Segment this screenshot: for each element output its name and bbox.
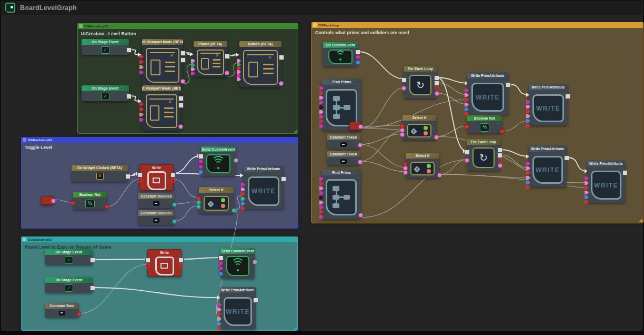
red-port[interactable] (105, 204, 109, 209)
node-write-primattribute[interactable]: Write PrimAttributeWRITE··· (529, 146, 567, 187)
exe-port[interactable] (434, 81, 439, 86)
mag-port[interactable] (218, 261, 223, 265)
ring-port[interactable] (179, 263, 184, 268)
node-options-dots[interactable]: ··· (100, 198, 105, 202)
node-write-primattribute[interactable]: Write PrimAttributeWRITE··· (529, 84, 568, 125)
teal-port[interactable] (196, 204, 201, 209)
node-boolean-not[interactable]: Boolean Not··· (73, 192, 107, 210)
exe-port[interactable] (565, 94, 570, 99)
frame-header-toggle-level[interactable]: OGBackdrop02 (21, 137, 298, 143)
exe-port[interactable] (622, 170, 628, 175)
ring-port[interactable] (171, 178, 176, 183)
pink-port[interactable] (178, 124, 183, 129)
exe-port[interactable] (198, 154, 204, 159)
exe-port[interactable] (401, 77, 407, 83)
exe-port[interactable] (90, 258, 95, 263)
mag-port[interactable] (198, 164, 203, 169)
node-find-prims[interactable]: Find Prims··· (322, 170, 361, 219)
node-write[interactable]: Write··· (139, 164, 174, 191)
red-port[interactable] (77, 312, 82, 317)
pink-port[interactable] (358, 143, 363, 147)
node-options-dots[interactable]: ··· (248, 254, 253, 259)
pink-port[interactable] (465, 158, 469, 163)
frame-resize-handle[interactable] (293, 326, 297, 330)
exe-port[interactable] (355, 50, 360, 55)
pink-port[interactable] (400, 132, 405, 137)
node-collapsed-node[interactable] (41, 196, 54, 205)
pink-port[interactable] (401, 86, 406, 91)
node-placer-beta[interactable]: Placer (BETA)··· (194, 41, 227, 77)
exe-port[interactable] (434, 75, 439, 81)
exe-port[interactable] (170, 172, 176, 178)
node-write-primattribute[interactable]: Write PrimAttributeWRITE··· (467, 73, 508, 115)
pink-port[interactable] (279, 81, 284, 86)
pink-port[interactable] (403, 170, 408, 175)
exe-port[interactable] (465, 150, 470, 155)
frame-resize-handle[interactable] (294, 224, 297, 228)
pink-port[interactable] (358, 160, 363, 164)
exe-port[interactable] (178, 258, 184, 263)
node-set-viewport-mode-beta[interactable]: Set Viewport Mode (BETA)··· (142, 85, 181, 131)
node-options-dots[interactable]: ··· (355, 176, 359, 180)
ring-port[interactable] (435, 86, 439, 91)
exe-port[interactable] (137, 172, 143, 178)
node-write-primattribute[interactable]: Write PrimAttributeWRITE··· (244, 166, 284, 209)
pink-port[interactable] (225, 71, 229, 75)
exe-port[interactable] (279, 55, 284, 60)
blue-port[interactable] (218, 271, 223, 276)
exe-port[interactable] (497, 153, 502, 158)
pink-port[interactable] (51, 199, 56, 203)
gray-port[interactable] (253, 260, 257, 264)
ring-port[interactable] (145, 263, 150, 268)
pink-port[interactable] (498, 163, 502, 168)
node-collapsed-node[interactable] (349, 122, 361, 130)
exe-port[interactable] (145, 258, 150, 263)
ring-port[interactable] (137, 178, 142, 183)
frame-header-ui-creation[interactable]: OGBackdrop01 (77, 23, 298, 29)
node-on-stage-event[interactable]: On Stage Event··· (82, 85, 129, 101)
blue-port[interactable] (198, 170, 203, 174)
node-options-dots[interactable]: ··· (249, 293, 254, 298)
pink-port[interactable] (358, 213, 363, 218)
node-send-customevent[interactable]: Send CustomEvent··· (221, 248, 255, 279)
exe-port[interactable] (497, 147, 502, 153)
node-constant-double3[interactable]: Constant Double3··· (138, 193, 174, 208)
exe-port[interactable] (178, 96, 184, 101)
exe-port[interactable] (180, 51, 186, 56)
frame-resize-handle[interactable] (639, 219, 642, 222)
node-for-each-loop[interactable]: For Each Loop··· (467, 139, 500, 171)
exe-port[interactable] (126, 94, 132, 99)
node-select-if[interactable]: Select If··· (406, 153, 439, 178)
node-options-dots[interactable]: ··· (275, 47, 280, 52)
node-on-stage-event[interactable]: On Stage Event··· (45, 249, 93, 265)
pink-port[interactable] (434, 135, 439, 140)
red-port[interactable] (71, 201, 75, 205)
pink-port[interactable] (437, 173, 442, 178)
exe-port[interactable] (180, 57, 186, 63)
node-on-stage-event[interactable]: On Stage Event··· (82, 39, 129, 55)
red-port[interactable] (465, 124, 469, 129)
exe-port[interactable] (506, 82, 511, 87)
node-options-dots[interactable]: ··· (433, 159, 438, 163)
node-button-beta[interactable]: Button (BETA)··· (239, 41, 281, 87)
exe-port[interactable] (90, 285, 95, 291)
exe-port[interactable] (253, 298, 258, 303)
node-write[interactable]: Write··· (147, 249, 182, 277)
node-options-dots[interactable]: ··· (177, 45, 182, 50)
pink-port[interactable] (435, 91, 439, 96)
node-for-each-loop[interactable]: For Each Loop··· (404, 66, 437, 98)
blue-port[interactable] (356, 60, 360, 65)
node-options-dots[interactable]: ··· (221, 47, 226, 52)
mag-port[interactable] (218, 266, 223, 271)
node-on-widget-clicked-beta[interactable]: On Widget Clicked (BETA)··· (72, 165, 128, 182)
teal-port[interactable] (172, 202, 177, 207)
node-options-dots[interactable]: ··· (227, 193, 232, 198)
exe-port[interactable] (218, 255, 224, 261)
node-boolean-not[interactable]: Boolean Not··· (467, 115, 502, 133)
exe-port[interactable] (125, 174, 130, 179)
exe-port[interactable] (126, 47, 132, 53)
node-options-dots[interactable]: ··· (175, 92, 179, 96)
node-constant-token[interactable]: Constant Token··· (327, 151, 360, 165)
exe-port[interactable] (178, 103, 184, 108)
node-constant-token[interactable]: Constant Token··· (327, 134, 360, 149)
